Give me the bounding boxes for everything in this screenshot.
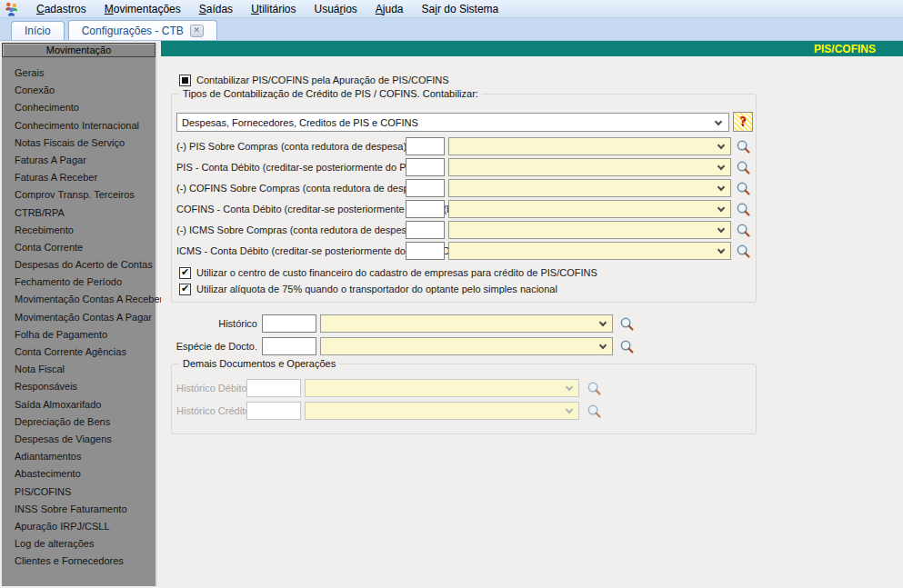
sidebar-item-fechamento-de-periodo[interactable]: Fechamento de Período	[15, 274, 156, 291]
sidebar-item-conhecimento[interactable]: Conhecimento	[15, 99, 156, 116]
group-title: Tipos de Contabilização de Crédito de PI…	[179, 88, 482, 99]
sidebar-item-inss-sobre-faturamento[interactable]: INSS Sobre Faturamento	[15, 501, 156, 518]
tab-inicio[interactable]: Início	[11, 21, 65, 40]
account-code-input[interactable]	[406, 158, 445, 176]
aliquota-75-checkbox[interactable]	[179, 284, 191, 295]
account-code-input[interactable]	[406, 200, 445, 218]
sidebar-item-depreciacao-de-bens[interactable]: Depreciação de Bens	[15, 414, 156, 431]
sidebar-item-faturas-a-receber[interactable]: Faturas A Receber	[15, 169, 156, 186]
menu-ajuda[interactable]: Ajuda	[366, 1, 413, 17]
sidebar-item-comprov-transp-terceiros[interactable]: Comprov Transp. Terceiros	[15, 186, 156, 204]
search-magnifier-button[interactable]	[736, 181, 751, 196]
chevron-down-icon	[717, 225, 725, 233]
sidebar-item-faturas-a-pagar[interactable]: Faturas A Pagar	[15, 152, 156, 169]
account-code-input[interactable]	[406, 137, 445, 155]
account-combo[interactable]	[448, 137, 731, 155]
menu-utilitarios[interactable]: Utilitários	[242, 1, 305, 17]
field-label: (-) PIS Sobre Compras (conta redutora de…	[176, 141, 401, 152]
sidebar-item-log-de-alteracoes[interactable]: Log de alterações	[15, 535, 156, 553]
sidebar-movimentacao: Movimentação Gerais Conexão Conhecimento…	[2, 43, 157, 586]
sidebar-item-nota-fiscal[interactable]: Nota Fiscal	[15, 361, 156, 378]
menu-movimentacoes[interactable]: Movimentações	[95, 1, 190, 17]
search-magnifier-button[interactable]	[619, 316, 635, 332]
search-magnifier-button	[587, 404, 602, 419]
historico-debitos-row: Histórico Débitos	[176, 379, 602, 397]
field-label: PIS - Conta Débito (creditar-se posterio…	[176, 162, 401, 173]
sidebar-item-conta-corrente-agencias[interactable]: Conta Corrente Agências	[15, 344, 156, 361]
help-button[interactable]: ?	[733, 112, 753, 132]
contabilizar-apuracao-checkbox[interactable]	[179, 75, 191, 86]
sidebar-item-pis-cofins[interactable]: PIS/COFINS	[15, 483, 156, 501]
sidebar-item-recebimento[interactable]: Recebimento	[15, 222, 156, 239]
tab-configuracoes-ctb[interactable]: Configurações - CTB ✕	[68, 20, 217, 40]
checkbox-label: Utilizar alíquota de 75% quando o transp…	[196, 284, 557, 294]
account-combo[interactable]	[448, 179, 731, 197]
tab-close-icon[interactable]: ✕	[190, 25, 204, 37]
menu-usuarios[interactable]: Usuários	[305, 1, 366, 17]
sidebar-item-movimentacao-contas-a-pagar[interactable]: Movimentação Contas A Pagar	[15, 309, 156, 326]
centro-custo-checkbox-row: Utilizar o centro de custo financeiro do…	[179, 266, 597, 279]
sidebar-items: Gerais Conexão Conhecimento Conhecimento…	[2, 57, 156, 570]
historico-combo[interactable]	[320, 314, 613, 333]
contabilizar-apuracao-checkbox-row: Contabilizar PIS/COFINS pela Apuração de…	[179, 74, 449, 86]
field-label: Histórico Débitos	[176, 383, 242, 394]
account-code-input[interactable]	[406, 242, 445, 260]
cofins-conta-debito-row: COFINS - Conta Débito (creditar-se poste…	[176, 200, 751, 218]
sidebar-item-apuracao-irpj-csll[interactable]: Apuração IRPJ/CSLL	[15, 518, 156, 535]
chevron-down-icon	[566, 384, 573, 391]
especie-docto-row: Espécie de Docto.	[171, 337, 635, 355]
sidebar-item-notas-fiscais-de-servico[interactable]: Notas Fiscais de Serviço	[15, 135, 156, 152]
search-magnifier-button[interactable]	[736, 160, 751, 175]
account-combo[interactable]	[448, 221, 731, 239]
especie-combo[interactable]	[320, 337, 613, 355]
sidebar-item-conta-corrente[interactable]: Conta Corrente	[15, 239, 156, 256]
pis-sobre-compras-row: (-) PIS Sobre Compras (conta redutora de…	[176, 137, 751, 155]
checkbox-label: Utilizar o centro de custo financeiro do…	[196, 267, 597, 278]
search-magnifier-button[interactable]	[736, 244, 751, 259]
especie-code-input[interactable]	[262, 337, 316, 355]
sidebar-item-despesas-do-acerto-de-contas[interactable]: Despesas do Acerto de Contas	[15, 256, 156, 274]
field-label: (-) ICMS Sobre Compras (conta redutora d…	[176, 224, 401, 235]
historico-row: Histórico	[171, 314, 635, 333]
sidebar-item-conexao[interactable]: Conexão	[15, 82, 156, 99]
chevron-down-icon	[599, 342, 607, 349]
sidebar-item-ctrb-rpa[interactable]: CTRB/RPA	[15, 204, 156, 222]
account-combo[interactable]	[448, 158, 731, 176]
tab-label: Configurações - CTB	[82, 25, 184, 37]
sidebar-item-conhecimento-internacional[interactable]: Conhecimento Internacional	[15, 117, 156, 135]
credit-type-select[interactable]: Despesas, Fornecedores, Creditos de PIS …	[176, 113, 729, 132]
account-combo[interactable]	[448, 200, 731, 218]
account-code-input[interactable]	[406, 179, 445, 197]
field-label: Histórico Créditos	[176, 405, 242, 416]
sidebar-item-clientes-e-fornecedores[interactable]: Clientes e Fornecedores	[15, 553, 156, 570]
menu-saidas[interactable]: Saídas	[190, 1, 242, 17]
app-logo-people-icon	[4, 1, 20, 16]
historico-code-input[interactable]	[262, 314, 316, 333]
sidebar-item-abastecimento[interactable]: Abastecimento	[15, 465, 156, 483]
historico-debitos-combo	[305, 379, 579, 397]
account-code-input[interactable]	[406, 221, 445, 239]
field-label: Espécie de Docto.	[171, 341, 257, 352]
icms-conta-debito-row: ICMS - Conta Débito (creditar-se posteri…	[176, 242, 751, 260]
sidebar-item-folha-de-pagamento[interactable]: Folha de Pagamento	[15, 326, 156, 344]
account-combo[interactable]	[448, 242, 731, 260]
menu-sair-do-sistema[interactable]: Sair do Sistema	[413, 1, 508, 17]
search-magnifier-button[interactable]	[619, 339, 635, 354]
chevron-down-icon	[717, 142, 725, 149]
chevron-down-icon	[599, 319, 607, 326]
credit-types-group: Tipos de Contabilização de Crédito de PI…	[171, 94, 757, 303]
centro-custo-checkbox[interactable]	[179, 267, 191, 279]
sidebar-item-movimentacao-contas-a-receber[interactable]: Movimentação Contas A Receber	[15, 291, 156, 308]
aliquota-75-checkbox-row: Utilizar alíquota de 75% quando o transp…	[179, 283, 557, 295]
field-label: Histórico	[171, 318, 257, 329]
search-magnifier-button[interactable]	[736, 139, 751, 154]
sidebar-item-adiantamentos[interactable]: Adiantamentos	[15, 448, 156, 465]
search-magnifier-button[interactable]	[736, 202, 751, 217]
sidebar-item-saida-almoxarifado[interactable]: Saída Almoxarifado	[15, 396, 156, 414]
historico-creditos-code-input	[246, 402, 301, 420]
sidebar-item-despesas-de-viagens[interactable]: Despesas de Viagens	[15, 431, 156, 448]
sidebar-item-gerais[interactable]: Gerais	[15, 65, 156, 82]
menu-cadastros[interactable]: Cadastros	[27, 1, 95, 17]
sidebar-item-responsaveis[interactable]: Responsáveis	[15, 378, 156, 395]
search-magnifier-button[interactable]	[736, 223, 751, 238]
